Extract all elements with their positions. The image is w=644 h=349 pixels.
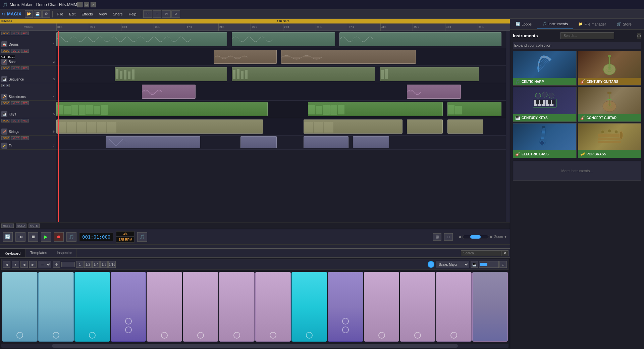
kb-volume-slider[interactable] [479,261,499,268]
fx-block-3[interactable] [304,136,348,148]
strings-mute-btn[interactable]: MUTE [11,119,20,122]
steel-ctrl2[interactable]: ■ [6,84,10,87]
steel-block-1[interactable] [142,85,196,99]
record-button[interactable]: ⏺ [54,232,64,242]
kb-scale-select[interactable]: Scale: Major [436,261,469,268]
piano-hscroll[interactable] [1,344,508,348]
instrument-card-electric-bass[interactable]: 🎸 ELECTRIC BASS [513,123,577,158]
strings-solo-btn[interactable]: SOLO [1,119,10,122]
reset-button[interactable]: RESET [1,223,14,228]
tuner-button[interactable]: 🎵 [137,232,147,242]
play-button[interactable]: ▶ [41,232,51,242]
keys-solo-btn[interactable]: SOLO [1,101,10,105]
menu-help[interactable]: Help [126,11,139,17]
piano-key-7[interactable] [219,272,255,342]
piano-key-12[interactable] [400,272,435,342]
strings-block-3[interactable] [407,119,443,134]
horizontal-scrollbar[interactable] [0,244,510,248]
keys-mute-btn[interactable]: MUTE [11,101,20,105]
seq-block-3[interactable] [380,67,479,81]
fx-solo-btn[interactable]: SOLO [1,136,10,140]
drums-rec-btn[interactable]: REC [21,32,29,35]
minimize-button[interactable]: ─ [77,2,83,7]
track-row-sequence[interactable] [56,66,506,83]
seq-block-1[interactable] [115,67,227,81]
bottom-search-input[interactable] [461,250,501,256]
instrument-card-century-guitars[interactable]: 🎸 CENTURY GUITARS [578,51,642,86]
track-row-steel[interactable] [56,83,506,101]
menu-edit[interactable]: Edit [66,11,78,17]
kb-extra[interactable]: □ [499,261,507,268]
loop-button[interactable]: 🔄 [3,232,13,242]
drums-block-2[interactable] [232,32,335,46]
redo-button[interactable]: ↪ [153,10,161,18]
maximize-button[interactable]: □ [84,2,89,7]
piano-key-9[interactable] [291,272,327,342]
tab-keyboard[interactable]: Keyboard [0,249,25,257]
keys-block-3[interactable] [447,102,501,116]
kb-prev-octave[interactable]: ◀ [3,261,10,268]
tab-store[interactable]: 🛒 Store [611,19,637,29]
seq-rec-btn[interactable]: REC [21,66,29,70]
piano-key-3[interactable] [74,272,110,342]
piano-key-6[interactable] [183,272,218,342]
track-row-keys[interactable] [56,101,506,118]
drums-block-1[interactable] [56,32,227,46]
keys-rec-btn[interactable]: REC [21,101,29,105]
piano-key-2[interactable] [38,272,74,342]
fx-block-4[interactable] [353,136,389,148]
track-row-drums[interactable] [56,31,506,48]
instrument-card-century-keys[interactable]: 🎹 CENTURY KEYS [513,87,577,122]
piano-key-13[interactable] [436,272,472,342]
seq-block-2[interactable] [232,67,376,81]
fx-mute-btn[interactable]: MUTE [11,136,20,140]
open-button[interactable]: 📂 [25,10,33,18]
instruments-search[interactable] [560,32,614,39]
mixer-button[interactable]: ▦ [433,233,441,241]
bass-block-2[interactable] [281,50,416,64]
cut-button[interactable]: ✂ [162,10,171,18]
instrument-card-concert-guitar[interactable]: 🎸 CONCERT GUITAR [578,87,642,122]
instrument-card-celtic-harp[interactable]: 🎵 CELTIC HARP [513,51,577,86]
kb-settings[interactable]: ⚙ [53,261,60,268]
vertical-scrollbar[interactable] [506,31,510,222]
seq-solo-btn[interactable]: SOLO [1,66,10,70]
tab-file-manager[interactable]: 📁 File manager [573,19,611,29]
fx-block-2[interactable] [240,136,276,148]
piano-key-10[interactable] [328,272,363,342]
menu-effects[interactable]: Effects [79,11,95,17]
track-content[interactable] [56,31,506,222]
tab-inspector[interactable]: Inspector [52,249,77,257]
metronome-button[interactable]: 🎵 [66,232,76,242]
fx-block-1[interactable] [106,136,200,148]
keys-block-1[interactable] [56,102,268,116]
settings-button[interactable]: ⚙ [42,10,50,18]
bass-mute-btn[interactable]: MUTE [11,49,20,53]
piano-key-1[interactable] [2,272,38,342]
stop-cut-button[interactable]: ⊘ [171,10,180,18]
menu-view[interactable]: View [96,11,110,17]
seq-mute-btn[interactable]: MUTE [11,66,20,70]
bass-rec-btn[interactable]: REC [21,49,29,53]
steel-ctrl1[interactable]: ■ [1,84,5,87]
kb-style-select[interactable]: --- [38,261,51,268]
bass-block-1[interactable] [214,50,277,64]
piano-key-14[interactable] [472,272,508,342]
global-mute-btn[interactable]: MUTE [29,223,40,228]
save-button[interactable]: 💾 [34,10,42,18]
piano-key-5[interactable] [147,272,182,342]
piano-key-4[interactable] [111,272,146,342]
track-row-bass[interactable] [56,48,506,66]
menu-share[interactable]: Share [110,11,125,17]
strings-block-1[interactable] [56,119,263,134]
stop-button[interactable]: ⏹ [28,232,38,242]
view-toggle[interactable]: □ [444,233,453,241]
tab-templates[interactable]: Templates [25,249,52,257]
keys-block-2[interactable] [308,102,443,116]
kb-prev[interactable]: ◀ [20,261,28,268]
strings-block-4[interactable] [447,119,483,134]
rewind-button[interactable]: ⏮ [15,232,25,242]
piano-key-11[interactable] [364,272,399,342]
track-row-fx[interactable] [56,136,506,150]
kb-next[interactable]: ▶ [29,261,37,268]
